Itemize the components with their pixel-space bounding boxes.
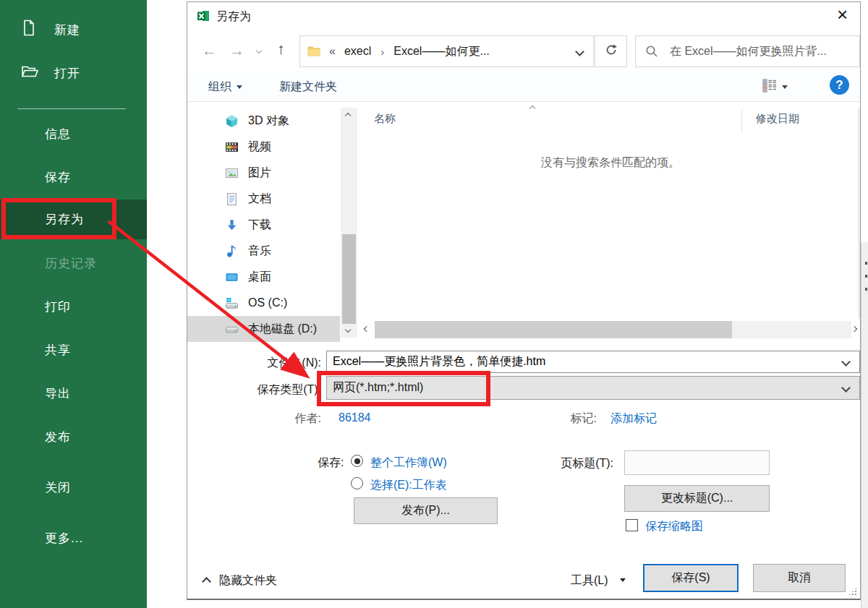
refresh-button[interactable] xyxy=(595,35,627,67)
hide-folders-button[interactable]: 隐藏文件夹 xyxy=(219,573,277,588)
sidebar-item-save[interactable]: 保存 xyxy=(0,160,147,194)
views-button[interactable] xyxy=(762,78,788,95)
sidebar-item-label: 打印 xyxy=(45,299,71,315)
recent-locations-chevron-icon[interactable] xyxy=(256,48,262,53)
address-bar[interactable]: « execl › Excel——如何更... xyxy=(299,35,594,67)
breadcrumb-overflow[interactable]: « xyxy=(329,45,336,58)
documents-icon xyxy=(225,192,239,206)
close-icon[interactable]: × xyxy=(837,4,848,26)
tree-item-drive-c[interactable]: OS (C:) xyxy=(187,290,340,316)
save-as-dialog: 另存为 × ← → ↑ « execl › Excel——如何更... 组织 新… xyxy=(187,1,861,600)
downloads-icon xyxy=(225,218,239,232)
dialog-title: 另存为 xyxy=(216,9,251,25)
tree-item-downloads[interactable]: 下载 xyxy=(187,212,340,238)
whole-workbook-label[interactable]: 整个工作簿(W) xyxy=(370,455,447,471)
sidebar-item-label: 打开 xyxy=(54,65,80,82)
column-header-name[interactable]: 名称 xyxy=(374,112,396,126)
change-title-button[interactable]: 更改标题(C)... xyxy=(624,485,770,512)
search-input[interactable] xyxy=(668,44,859,59)
save-button[interactable]: 保存(S) xyxy=(643,564,739,592)
new-document-icon xyxy=(20,20,38,40)
page-title-label: 页标题(T): xyxy=(534,456,613,471)
cancel-button[interactable]: 取消 xyxy=(753,564,846,592)
tree-item-label: 下载 xyxy=(248,218,271,233)
background-scrollbar-strip xyxy=(861,242,868,608)
strip-dash xyxy=(865,288,867,291)
list-scrollbar-thumb[interactable] xyxy=(375,321,732,338)
tree-item-label: 视频 xyxy=(248,140,271,155)
list-right-edge xyxy=(858,108,860,319)
new-folder-button[interactable]: 新建文件夹 xyxy=(279,80,337,95)
sidebar-item-label: 共享 xyxy=(45,342,71,359)
radio-selection-sheet[interactable] xyxy=(351,477,363,489)
scroll-left-icon[interactable] xyxy=(364,326,370,332)
sidebar-item-info[interactable]: 信息 xyxy=(0,116,147,151)
sidebar-item-print[interactable]: 打印 xyxy=(0,289,147,324)
breadcrumb-segment[interactable]: execl xyxy=(344,45,371,58)
tree-item-label: 图片 xyxy=(248,166,271,181)
tree-item-label: 桌面 xyxy=(248,270,271,285)
search-box[interactable] xyxy=(635,35,860,67)
sidebar-item-label: 新建 xyxy=(54,22,80,38)
tools-dropdown-icon[interactable] xyxy=(620,578,626,582)
sidebar-item-label: 关闭 xyxy=(45,479,71,496)
column-header-date-modified[interactable]: 修改日期 xyxy=(756,112,799,126)
sidebar-divider xyxy=(17,108,126,109)
tree-item-videos[interactable]: 视频 xyxy=(187,134,340,160)
tree-item-documents[interactable]: 文档 xyxy=(187,186,340,212)
drive-d-icon xyxy=(225,322,239,336)
page-title-input[interactable] xyxy=(624,450,770,475)
radio-whole-workbook[interactable] xyxy=(351,455,363,467)
sidebar-item-history: 历史记录 xyxy=(0,246,147,281)
sidebar-item-share[interactable]: 共享 xyxy=(0,333,147,367)
sidebar-item-label: 信息 xyxy=(45,126,71,142)
scroll-right-icon[interactable] xyxy=(851,326,857,332)
tree-item-drive-d[interactable]: 本地磁盘 (D:) xyxy=(187,316,340,342)
address-dropdown-chevron-icon[interactable] xyxy=(575,47,584,56)
desktop-icon xyxy=(225,270,239,284)
author-value[interactable]: 86184 xyxy=(339,411,371,424)
views-dropdown-icon xyxy=(782,85,788,89)
sidebar-item-label: 历史记录 xyxy=(45,255,97,272)
organize-button[interactable]: 组织 xyxy=(208,80,242,95)
tree-item-label: 音乐 xyxy=(248,244,271,259)
sidebar-item-more[interactable]: 更多... xyxy=(0,521,147,555)
tree-item-3d-objects[interactable]: 3D 对象 xyxy=(187,108,340,134)
videos-icon xyxy=(225,140,239,154)
tools-button[interactable]: 工具(L) xyxy=(571,573,608,588)
sidebar-item-close[interactable]: 关闭 xyxy=(0,470,147,505)
open-folder-icon xyxy=(20,63,39,84)
filename-input[interactable] xyxy=(326,351,860,373)
save-thumbnail-label[interactable]: 保存缩略图 xyxy=(645,519,703,534)
resize-grip[interactable] xyxy=(848,587,857,596)
save-type-label: 保存类型(T): xyxy=(227,382,321,398)
sidebar-item-open[interactable]: 打开 xyxy=(0,56,147,90)
sidebar-item-new[interactable]: 新建 xyxy=(0,12,147,47)
sidebar-item-publish[interactable]: 发布 xyxy=(0,419,147,454)
sidebar-item-label: 更多... xyxy=(45,530,83,547)
tree-item-label: 文档 xyxy=(248,192,271,207)
save-type-combobox[interactable]: 网页(*.htm;*.html) xyxy=(326,376,860,400)
selection-sheet-label[interactable]: 选择(E):工作表 xyxy=(370,478,447,493)
help-button[interactable]: ? xyxy=(830,75,849,95)
save-options-label: 保存: xyxy=(318,455,344,471)
forward-icon[interactable]: → xyxy=(229,43,244,58)
tree-item-desktop[interactable]: 桌面 xyxy=(187,264,340,290)
sidebar-item-save-as[interactable]: 另存为 xyxy=(0,200,147,239)
tags-label: 标记: xyxy=(527,411,597,427)
excel-logo-icon xyxy=(197,9,210,25)
publish-button[interactable]: 发布(P)... xyxy=(354,497,498,524)
save-thumbnail-checkbox[interactable] xyxy=(626,519,638,531)
tree-item-music[interactable]: 音乐 xyxy=(187,238,340,264)
back-icon[interactable]: ← xyxy=(202,43,217,58)
breadcrumb-segment[interactable]: Excel——如何更... xyxy=(393,44,489,59)
tree-scrollbar-thumb[interactable] xyxy=(342,234,356,324)
tree-item-pictures[interactable]: 图片 xyxy=(187,160,340,186)
up-icon[interactable]: ↑ xyxy=(277,41,285,56)
strip-dash xyxy=(865,275,867,278)
column-separator[interactable] xyxy=(741,110,742,133)
hide-folders-chevron-icon[interactable] xyxy=(202,577,211,586)
organize-label: 组织 xyxy=(208,80,231,95)
sidebar-item-export[interactable]: 导出 xyxy=(0,376,147,411)
add-tag-link[interactable]: 添加标记 xyxy=(610,411,657,427)
